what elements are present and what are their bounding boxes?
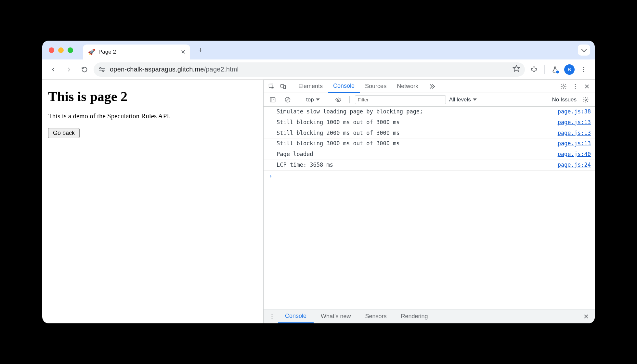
svg-point-0 xyxy=(100,67,101,69)
avatar-initial: B xyxy=(568,67,571,72)
new-tab-button[interactable]: + xyxy=(195,44,206,56)
device-toolbar-icon[interactable] xyxy=(277,81,289,92)
console-message: LCP time: 3658 ms page.js:24 xyxy=(264,160,595,171)
console-prompt[interactable]: › xyxy=(264,171,595,181)
message-text: Still blocking 3000 ms out of 3000 ms xyxy=(277,140,554,148)
toggle-sidebar-icon[interactable] xyxy=(267,94,279,106)
svg-point-24 xyxy=(272,318,273,319)
prompt-chevron-icon: › xyxy=(269,173,272,179)
chevron-down-icon xyxy=(581,47,587,52)
context-label: top xyxy=(306,97,314,103)
svg-point-22 xyxy=(272,314,273,315)
console-message: Still blocking 1000 ms out of 3000 ms pa… xyxy=(264,117,595,128)
message-source-link[interactable]: page.js:38 xyxy=(558,108,591,116)
experiments-button[interactable] xyxy=(549,63,562,76)
message-text: Page loaded xyxy=(277,150,554,158)
drawer-tab-rendering[interactable]: Rendering xyxy=(394,309,435,323)
levels-label: All levels xyxy=(449,97,471,103)
svg-point-21 xyxy=(585,99,587,100)
separator xyxy=(291,83,291,90)
bookmark-star-icon[interactable] xyxy=(513,65,520,74)
go-back-button[interactable]: Go back xyxy=(48,128,80,138)
message-text: Still blocking 1000 ms out of 3000 ms xyxy=(277,119,554,126)
profile-avatar[interactable]: B xyxy=(564,64,575,75)
devtools-menu-icon[interactable] xyxy=(569,81,581,92)
close-drawer-icon[interactable]: ✕ xyxy=(580,313,592,320)
svg-point-3 xyxy=(103,70,104,71)
site-settings-icon[interactable] xyxy=(98,67,106,72)
message-source-link[interactable]: page.js:13 xyxy=(558,129,591,137)
back-button[interactable] xyxy=(47,63,60,76)
message-source-link[interactable]: page.js:13 xyxy=(558,119,591,126)
more-tabs-button[interactable] xyxy=(425,81,437,92)
triangle-down-icon xyxy=(473,98,477,101)
maximize-window-button[interactable] xyxy=(68,47,73,53)
tab-network[interactable]: Network xyxy=(392,80,423,93)
clear-console-icon[interactable] xyxy=(282,94,293,106)
svg-point-8 xyxy=(583,71,584,72)
svg-rect-16 xyxy=(270,98,275,102)
tab-title: Page 2 xyxy=(98,49,177,55)
drawer-tab-console[interactable]: Console xyxy=(278,309,314,323)
separator xyxy=(349,96,350,103)
content-area: This is page 2 This is a demo of the Spe… xyxy=(42,80,595,323)
chrome-menu-button[interactable] xyxy=(577,63,590,76)
minimize-window-button[interactable] xyxy=(58,47,64,53)
reload-button[interactable] xyxy=(78,63,91,76)
tab-console[interactable]: Console xyxy=(328,80,360,93)
message-source-link[interactable]: page.js:13 xyxy=(558,140,591,148)
console-settings-icon[interactable] xyxy=(580,94,592,106)
tab-favicon: 🚀 xyxy=(88,48,95,56)
svg-point-12 xyxy=(563,85,565,87)
svg-point-23 xyxy=(272,316,273,317)
separator xyxy=(544,65,545,74)
issues-status[interactable]: No Issues xyxy=(552,97,577,103)
close-window-button[interactable] xyxy=(49,47,54,53)
svg-point-15 xyxy=(575,88,576,89)
settings-icon[interactable] xyxy=(558,81,569,92)
message-text: LCP time: 3658 ms xyxy=(277,161,554,169)
tab-elements[interactable]: Elements xyxy=(293,80,328,93)
filter-input[interactable] xyxy=(355,95,446,104)
svg-point-7 xyxy=(583,69,584,70)
drawer-tab-sensors[interactable]: Sensors xyxy=(358,309,394,323)
text-cursor xyxy=(275,173,276,179)
devtools-panel: Elements Console Sources Network xyxy=(263,80,595,323)
console-message: Still blocking 2000 ms out of 3000 ms pa… xyxy=(264,128,595,139)
address-bar[interactable]: open-chalk-asparagus.glitch.me/page2.htm… xyxy=(94,62,525,77)
context-selector[interactable]: top xyxy=(304,97,322,103)
message-source-link[interactable]: page.js:24 xyxy=(558,161,591,169)
forward-button[interactable] xyxy=(62,63,75,76)
separator xyxy=(327,96,327,103)
tabs-dropdown-button[interactable] xyxy=(578,45,590,56)
svg-point-14 xyxy=(575,86,576,87)
tab-sources[interactable]: Sources xyxy=(360,80,392,93)
inspect-element-icon[interactable] xyxy=(266,81,277,92)
svg-point-20 xyxy=(337,99,339,100)
drawer-menu-icon[interactable] xyxy=(266,311,278,322)
live-expression-icon[interactable] xyxy=(332,94,344,106)
message-source-link[interactable]: page.js:40 xyxy=(558,150,591,158)
url-host: open-chalk-asparagus.glitch.me xyxy=(110,66,204,73)
console-messages[interactable]: Simulate slow loading page by blocking p… xyxy=(264,107,595,309)
console-message: Simulate slow loading page by blocking p… xyxy=(264,107,595,117)
svg-point-6 xyxy=(583,67,584,68)
close-tab-icon[interactable]: ✕ xyxy=(181,48,186,56)
page-paragraph: This is a demo of the Speculation Rules … xyxy=(48,112,257,120)
browser-toolbar: open-chalk-asparagus.glitch.me/page2.htm… xyxy=(42,59,595,80)
devtools-drawer: Console What's new Sensors Rendering ✕ xyxy=(264,309,595,323)
message-text: Still blocking 2000 ms out of 3000 ms xyxy=(277,129,554,137)
browser-tab[interactable]: 🚀 Page 2 ✕ xyxy=(83,45,190,59)
svg-line-19 xyxy=(286,98,289,101)
triangle-down-icon xyxy=(316,98,320,101)
console-message: Still blocking 3000 ms out of 3000 ms pa… xyxy=(264,138,595,149)
close-devtools-icon[interactable] xyxy=(581,81,593,92)
url-path: /page2.html xyxy=(204,66,239,73)
window-controls xyxy=(49,47,73,53)
devtools-tabs: Elements Console Sources Network xyxy=(264,80,595,93)
page-heading: This is page 2 xyxy=(48,89,257,104)
log-levels-selector[interactable]: All levels xyxy=(449,97,477,103)
drawer-tab-whats-new[interactable]: What's new xyxy=(314,309,358,323)
message-text: Simulate slow loading page by blocking p… xyxy=(277,108,554,116)
extensions-button[interactable] xyxy=(527,63,540,76)
